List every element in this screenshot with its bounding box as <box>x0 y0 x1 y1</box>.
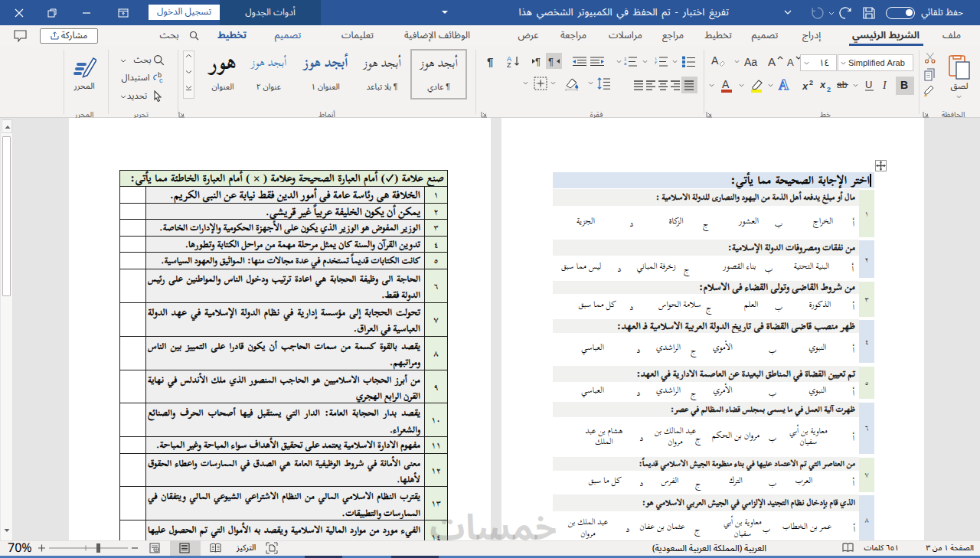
svg-text:U: U <box>865 79 872 90</box>
svg-text:x: x <box>802 80 808 92</box>
svg-text:2: 2 <box>809 79 813 86</box>
svg-text:¶: ¶ <box>548 56 554 67</box>
svg-text:Z: Z <box>507 61 511 68</box>
svg-text:I: I <box>882 80 887 91</box>
svg-text:A: A <box>722 78 730 90</box>
svg-text:¶: ¶ <box>535 56 541 67</box>
svg-text:c: c <box>159 77 163 83</box>
svg-text:¶: ¶ <box>487 55 493 67</box>
svg-text:a: a <box>624 61 627 66</box>
svg-text:x: x <box>820 79 826 90</box>
svg-text:٢: ٢ <box>655 60 657 65</box>
svg-text:B: B <box>900 79 908 91</box>
svg-text:A: A <box>711 54 719 67</box>
svg-text:2: 2 <box>827 86 831 93</box>
svg-text:A: A <box>779 77 789 93</box>
svg-text:A: A <box>787 57 794 67</box>
svg-text:A: A <box>768 55 776 67</box>
svg-text:Aa: Aa <box>744 56 757 67</box>
